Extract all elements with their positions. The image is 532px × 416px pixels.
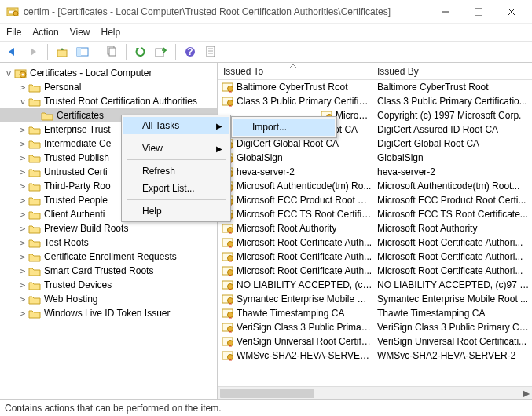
tree-expander-icon[interactable]: > [17, 224, 28, 234]
list-item[interactable]: Class 3 Public Primary Certificat...Clas… [218, 94, 532, 108]
certificate-icon [222, 308, 234, 319]
list-item[interactable]: NO LIABILITY ACCEPTED, (c)97 ...NO LIABI… [218, 278, 532, 292]
refresh-button[interactable] [133, 44, 149, 60]
tree-item[interactable]: >Preview Build Roots [0, 221, 217, 235]
list-item[interactable]: Microsoft Root Certificate Auth...Micros… [218, 264, 532, 278]
certificate-icon [222, 237, 234, 248]
folder-icon [28, 252, 41, 262]
tree-item[interactable]: >Personal [0, 80, 217, 94]
issued-by-cell: DigiCert Assured ID Root CA [372, 124, 532, 135]
issued-to-cell: Microsoft Root Certificate Auth... [237, 237, 372, 248]
certificate-icon [222, 322, 234, 333]
scroll-right-icon[interactable]: ▶ [519, 387, 532, 399]
horizontal-scrollbar[interactable]: ▶ [218, 386, 532, 399]
menu-view[interactable]: View [70, 27, 90, 38]
menu-item-view[interactable]: View▶ [123, 140, 229, 157]
tree-expander-icon[interactable]: > [17, 153, 28, 163]
tree-expander-icon[interactable]: > [17, 252, 28, 262]
list-item[interactable]: Microsoft Authenticode(tm) Ro...Microsof… [218, 179, 532, 193]
menu-help[interactable]: Help [101, 27, 121, 38]
maximize-button[interactable] [469, 4, 488, 20]
tree-expander-icon[interactable]: v [17, 97, 28, 107]
list-item[interactable]: VeriSign Universal Root Certific...VeriS… [218, 334, 532, 348]
tree-expander-icon[interactable]: > [17, 125, 28, 135]
tree-expander-icon[interactable]: > [17, 280, 28, 290]
svg-point-2 [13, 11, 18, 16]
certificate-icon [222, 82, 234, 93]
tree-item[interactable]: >Test Roots [0, 235, 217, 250]
copy-button[interactable] [104, 44, 119, 60]
menu-action[interactable]: Action [32, 27, 58, 38]
context-menu[interactable]: All Tasks▶ View▶ Refresh Export List... … [121, 115, 231, 222]
list-item[interactable]: Symantec Enterprise Mobile Ro...Symantec… [218, 292, 532, 306]
scrollbar-thumb[interactable] [220, 389, 314, 398]
menu-item-import[interactable]: Import... [233, 119, 335, 136]
list-item[interactable]: VeriSign Class 3 Public Primary ...VeriS… [218, 320, 532, 334]
list-item[interactable]: Microsoft ECC Product Root Ce...Microsof… [218, 193, 532, 207]
tree-expander-icon[interactable]: > [17, 139, 28, 149]
issued-to-cell: Thawte Timestamping CA [237, 308, 344, 319]
menu-file[interactable]: File [6, 27, 21, 38]
context-submenu[interactable]: Import... [231, 116, 337, 138]
export-button[interactable] [153, 44, 169, 60]
menu-item-all-tasks[interactable]: All Tasks▶ [123, 117, 229, 134]
title-bar: certlm - [Certificates - Local Computer\… [0, 0, 532, 24]
tree-expander-icon[interactable] [30, 111, 41, 121]
tree-expander-icon[interactable]: > [17, 195, 28, 206]
menu-item-refresh[interactable]: Refresh [123, 162, 229, 180]
tree-item[interactable]: >Windows Live ID Token Issuer [0, 306, 217, 320]
tree-item[interactable]: vTrusted Root Certification Authorities [0, 94, 217, 108]
menu-bar: File Action View Help [0, 24, 532, 41]
tree-expander-icon[interactable]: > [17, 82, 28, 93]
tree-item[interactable]: >Trusted Devices [0, 278, 217, 292]
list-item[interactable]: Microsoft Root Certificate Auth...Micros… [218, 250, 532, 264]
list-item[interactable]: Thawte Timestamping CAThawte Timestampin… [218, 306, 532, 320]
tree-item[interactable]: >Smart Card Trusted Roots [0, 264, 217, 278]
list-item[interactable]: Microsoft ECC TS Root Certifica...Micros… [218, 207, 532, 221]
issued-to-cell: Baltimore CyberTrust Root [237, 82, 348, 93]
tree-label: Preview Build Roots [44, 223, 128, 234]
tree-expander-icon[interactable]: > [17, 238, 28, 248]
minimize-button[interactable] [436, 4, 455, 20]
column-issued-to[interactable]: Issued To [218, 63, 372, 79]
list-item[interactable]: WMSvc-SHA2-HEVA-SERVER-2WMSvc-SHA2-HEVA-… [218, 348, 532, 363]
menu-item-help[interactable]: Help [123, 203, 229, 220]
list-item[interactable]: DigiCert Global Root CADigiCert Global R… [218, 137, 532, 151]
list-item[interactable]: heva-server-2heva-server-2 [218, 165, 532, 179]
folder-icon [28, 294, 41, 305]
tree-root[interactable]: vCertificates - Local Computer [0, 66, 217, 80]
up-button[interactable] [54, 44, 70, 60]
submenu-arrow-icon: ▶ [216, 122, 222, 130]
tree-item[interactable]: >Web Hosting [0, 292, 217, 306]
folder-icon [28, 167, 41, 177]
tree-expander-icon[interactable]: > [17, 308, 28, 319]
show-hide-tree-button[interactable] [75, 44, 90, 60]
tree-label: Windows Live ID Token Issuer [44, 308, 171, 319]
list-item[interactable]: GlobalSignGlobalSign [218, 151, 532, 165]
tree-expander-icon[interactable]: > [17, 266, 28, 276]
forward-button[interactable] [25, 44, 41, 60]
tree-label: Enterprise Trust [44, 124, 111, 135]
list-item[interactable]: Baltimore CyberTrust RootBaltimore Cyber… [218, 80, 532, 94]
window-title: certlm - [Certificates - Local Computer\… [24, 6, 436, 17]
issued-by-cell: Microsoft ECC TS Root Certificate... [372, 209, 532, 220]
tree-label: Personal [44, 82, 81, 93]
list-item[interactable]: Microsoft Root Certificate Auth...Micros… [218, 235, 532, 250]
tree-expander-icon[interactable]: > [17, 181, 28, 192]
back-button[interactable] [5, 44, 20, 60]
tree-pane[interactable]: vCertificates - Local Computer>Personalv… [0, 63, 218, 399]
tree-item[interactable]: >Certificate Enrollment Requests [0, 250, 217, 264]
tree-expander-icon[interactable]: > [17, 210, 28, 220]
help-button[interactable]: ? [182, 44, 198, 60]
list-item[interactable]: Microsoft Root AuthorityMicrosoft Root A… [218, 221, 532, 235]
tree-label: Untrusted Certi [44, 166, 108, 177]
column-issued-by[interactable]: Issued By [372, 63, 532, 79]
close-button[interactable] [502, 4, 521, 20]
certificates-root-icon [14, 68, 27, 78]
tree-expander-icon[interactable]: > [17, 167, 28, 177]
tree-label: Trusted Root Certification Authorities [44, 96, 197, 107]
certificate-icon [222, 223, 234, 234]
tree-expander-icon[interactable]: > [17, 294, 28, 305]
menu-item-export-list[interactable]: Export List... [123, 180, 229, 197]
properties-button[interactable] [203, 44, 218, 60]
